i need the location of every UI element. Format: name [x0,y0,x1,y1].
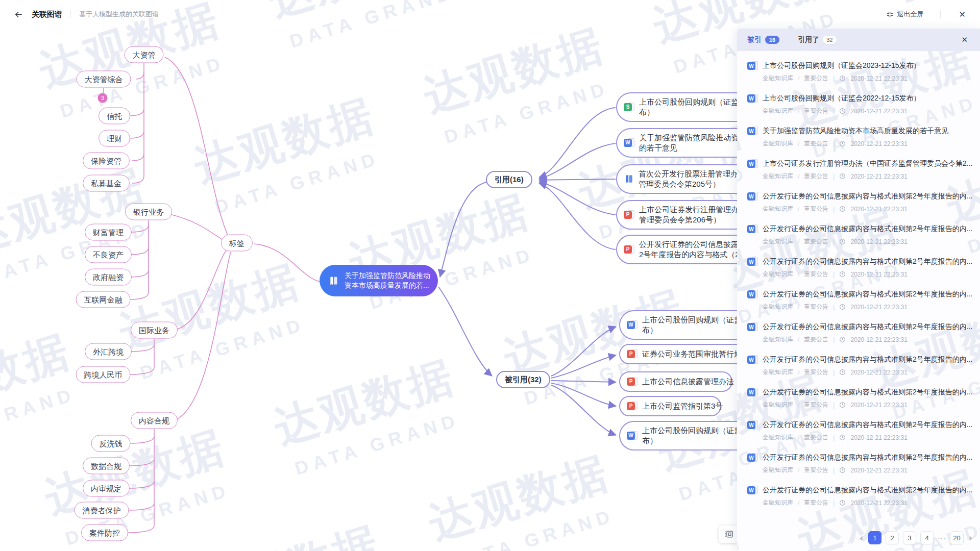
tag-node-财富管理[interactable]: 财富管理 [85,224,132,241]
list-item[interactable]: W公开发行证券的公司信息披露内容与格式准则第2号年度报告的内...金融知识库/重… [747,415,973,448]
list-item-source: 金融知识库 [763,498,793,507]
tag-node-私募基金[interactable]: 私募基金 [83,175,130,192]
tag-node-案件防控[interactable]: 案件防控 [81,524,128,541]
tab-cited-by-label: 被引 [747,35,762,44]
central-document-node[interactable]: 关于加强监管防范风险推动 资本市场高质量发展的若... [320,265,438,296]
list-item-time: 2020-12-21 22:23:31 [850,304,907,311]
document-node[interactable]: P上市公司信息披露管理办法 [619,371,732,392]
list-item-source: 金融知识库 [763,107,793,115]
header-close-button[interactable]: ✕ [957,9,968,20]
list-item-time: 2020-12-21 22:23:31 [850,238,907,245]
tag-node-内容合规[interactable]: 内容合规 [131,412,178,429]
tag-node-政府融资[interactable]: 政府融资 [85,269,132,286]
list-item-time: 2020-12-21 22:23:31 [850,140,907,147]
tag-node-不良资产[interactable]: 不良资产 [85,246,132,263]
tag-node-数据合规[interactable]: 数据合规 [83,458,130,474]
word-doc-icon: W [627,431,638,441]
back-button[interactable] [12,8,24,20]
list-item-title: 公开发行证券的公司信息披露内容与格式准则第2号年度报告的内... [763,453,973,462]
word-doc-icon: W [747,387,758,397]
word-doc-icon: W [747,191,758,202]
list-item-title: 公开发行证券的公司信息披露内容与格式准则第2号年度报告的内... [763,420,973,430]
tag-node-大资管综合[interactable]: 大资管综合 [77,71,131,88]
tab-cites[interactable]: 引用了 32 [798,35,836,44]
list-item-time: 2020-12-21 22:23:31 [850,467,907,474]
list-item[interactable]: W公开发行证券的公司信息披露内容与格式准则第2号年度报告的内...金融知识库/重… [747,219,973,252]
list-item[interactable]: W上市公司股份回购规则（证监会2022-12-15发布）金融知识库/重要公告|2… [747,89,973,121]
list-item-time: 2020-12-21 22:23:31 [850,369,907,376]
list-item-source: 金融知识库 [763,172,793,181]
word-doc-icon: W [747,61,758,71]
tab-cites-count-badge: 32 [823,36,836,44]
list-item-time: 2020-12-21 22:23:31 [850,173,907,180]
clock-icon [839,271,846,278]
tag-node-互联网金融[interactable]: 互联网金融 [76,291,131,308]
list-item[interactable]: W公开发行证券的公司信息披露内容与格式准则第2号年度报告的内...金融知识库/重… [747,383,973,415]
pagination-page-4[interactable]: 4 [920,531,934,544]
pagination-next[interactable]: › [968,531,973,544]
tag-node-反洗钱[interactable]: 反洗钱 [91,435,131,452]
list-item[interactable]: W上市公司证券发行注册管理办法（中国证券监督管理委员会令第2...金融知识库/重… [747,154,973,187]
list-item-source: 金融知识库 [763,205,793,213]
list-item-source: 金融知识库 [763,368,793,377]
tag-node-标签[interactable]: 标签 [221,235,253,252]
tab-cited-by[interactable]: 被引 16 [747,35,779,44]
clock-icon [839,434,846,441]
pagination-page-20[interactable]: 20 [950,531,963,544]
list-item[interactable]: W公开发行证券的公司信息披露内容与格式准则第2号年度报告的内...金融知识库/重… [747,317,973,350]
pagination-page-2[interactable]: 2 [886,531,899,544]
pdf-doc-icon: P [624,210,634,220]
node-count-badge: 3 [98,93,108,103]
tag-node-消费者保护[interactable]: 消费者保护 [75,502,129,519]
tag-node-保险资管[interactable]: 保险资管 [83,153,130,169]
exit-fullscreen-icon [886,11,894,18]
list-item-title: 公开发行证券的公司信息披露内容与格式准则第2号年度报告的内... [763,322,973,332]
list-item[interactable]: W公开发行证券的公司信息披露内容与格式准则第2号年度报告的内...金融知识库/重… [747,350,973,383]
tag-node-外汇跨境[interactable]: 外汇跨境 [85,343,132,360]
list-item-title: 公开发行证券的公司信息披露内容与格式准则第2号年度报告的内... [763,192,973,201]
clock-icon [839,238,846,245]
exit-fullscreen-button[interactable]: 退出全屏 [886,10,924,19]
tag-node-国际业务[interactable]: 国际业务 [131,322,178,339]
tag-node-内审规定[interactable]: 内审规定 [83,480,130,497]
word-doc-icon: W [747,257,758,267]
list-item-source: 金融知识库 [763,74,793,83]
header-divider-2 [940,10,941,18]
list-item[interactable]: W关于加强监管防范风险推动资本市场高质量发展的若干意见金融知识库/重要公告|20… [747,121,973,154]
clock-icon [839,75,846,82]
list-item[interactable]: W公开发行证券的公司信息披露内容与格式准则第2号年度报告的内...金融知识库/重… [747,252,973,285]
list-item[interactable]: W公开发行证券的公司信息披露内容与格式准则第2号年度报告的内...金融知识库/重… [747,285,973,317]
list-item-title: 公开发行证券的公司信息披露内容与格式准则第2号年度报告的内... [763,388,973,397]
word-doc-icon: W [747,289,758,299]
list-item[interactable]: W公开发行证券的公司信息披露内容与格式准则第2号年度报告的内...金融知识库/重… [747,481,973,513]
list-item-time: 2020-12-21 22:23:31 [850,336,907,343]
minimap-button[interactable] [719,525,739,543]
citation-list: W上市公司股份回购规则（证监会2023-12-15发布）金融知识库/重要公告|2… [737,52,980,521]
list-item-tag: 重要公告 [804,400,828,409]
panel-close-button[interactable]: ✕ [959,34,970,45]
list-item-time: 2020-12-21 22:23:31 [850,108,907,115]
list-item[interactable]: W上市公司股份回购规则（证监会2023-12-15发布）金融知识库/重要公告|2… [747,56,973,89]
list-item-source: 金融知识库 [763,237,793,246]
list-item-title: 上市公司股份回购规则（证监会2022-12-15发布） [763,94,973,103]
cites-group-node[interactable]: 引用(16) [486,171,532,188]
pagination-prev[interactable]: ‹ [859,531,864,544]
book-icon [328,276,339,286]
list-item-source: 金融知识库 [763,400,793,409]
word-doc-icon: W [747,322,758,332]
list-item[interactable]: W公开发行证券的公司信息披露内容与格式准则第2号年度报告的内...金融知识库/重… [747,448,973,481]
list-item-tag: 重要公告 [804,172,828,181]
tag-node-大资管[interactable]: 大资管 [125,46,164,63]
list-item[interactable]: W公开发行证券的公司信息披露内容与格式准则第2号年度报告的内...金融知识库/重… [747,187,973,219]
page-title: 关联图谱 [32,10,62,19]
document-node[interactable]: P上市公司监管指引第3号 [619,396,721,416]
tag-node-理财[interactable]: 理财 [99,130,130,147]
pagination-page-1[interactable]: 1 [868,531,881,544]
tag-node-信托[interactable]: 信托 [99,108,130,124]
tag-node-跨境人民币[interactable]: 跨境人民币 [76,366,131,383]
clock-icon [839,336,846,343]
tag-node-银行业务[interactable]: 银行业务 [125,204,172,220]
list-item-title: 公开发行证券的公司信息披露内容与格式准则第2号年度报告的内... [763,290,973,299]
cited-by-group-node[interactable]: 被引用(32) [496,371,550,388]
pagination-page-3[interactable]: 3 [903,531,916,544]
